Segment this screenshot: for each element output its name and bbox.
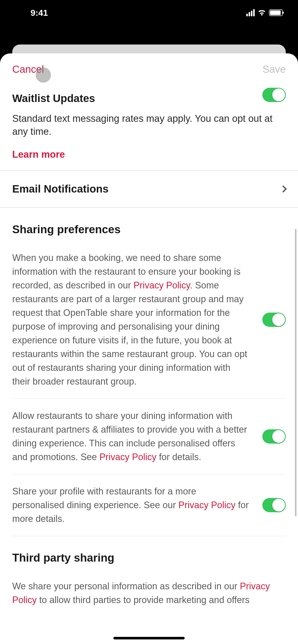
status-bar: 9:41 — [0, 0, 298, 25]
third-party-text: We share your personal information as de… — [12, 579, 286, 607]
sheet-header: Cancel Save — [0, 53, 298, 88]
waitlist-title: Waitlist Updates — [12, 88, 95, 105]
sharing-preferences-title: Sharing preferences — [12, 223, 286, 236]
third-party-sharing-title: Third party sharing — [12, 551, 286, 564]
sharing-partners-row: Allow restaurants to share your dining i… — [12, 399, 286, 474]
sharing-group-row: When you make a booking, we need to shar… — [12, 251, 286, 399]
waitlist-description: Standard text messaging rates may apply.… — [12, 112, 286, 138]
settings-sheet: Cancel Save Waitlist Updates Standard te… — [0, 53, 298, 644]
battery-icon — [269, 9, 283, 16]
cellular-signal-icon — [246, 9, 255, 16]
save-button[interactable]: Save — [263, 64, 286, 75]
privacy-policy-link[interactable]: Privacy Policy — [99, 452, 156, 462]
email-notifications-row[interactable]: Email Notifications — [12, 171, 286, 207]
sharing-partners-text: Allow restaurants to share your dining i… — [12, 409, 250, 464]
sharing-group-toggle[interactable] — [262, 313, 286, 327]
chevron-right-icon — [280, 185, 287, 192]
wifi-icon — [258, 10, 266, 16]
status-time: 9:41 — [31, 8, 48, 18]
share-profile-text: Share your profile with restaurants for … — [12, 485, 250, 526]
learn-more-link[interactable]: Learn more — [12, 149, 65, 160]
scroll-indicator[interactable] — [295, 229, 296, 516]
divider — [12, 536, 286, 536]
waitlist-toggle[interactable] — [262, 88, 286, 102]
privacy-policy-link[interactable]: Privacy Policy — [178, 500, 235, 510]
share-profile-toggle[interactable] — [262, 498, 286, 512]
privacy-policy-link[interactable]: Privacy Policy — [133, 280, 190, 290]
sharing-group-text: When you make a booking, we need to shar… — [12, 251, 250, 388]
sharing-partners-toggle[interactable] — [262, 429, 286, 444]
status-icons — [246, 9, 283, 16]
waitlist-updates-row: Waitlist Updates — [12, 88, 286, 105]
home-indicator[interactable] — [113, 637, 185, 639]
share-profile-row: Share your profile with restaurants for … — [12, 474, 286, 536]
touch-indicator — [36, 67, 51, 83]
divider — [0, 207, 298, 208]
email-notifications-title: Email Notifications — [12, 183, 109, 195]
